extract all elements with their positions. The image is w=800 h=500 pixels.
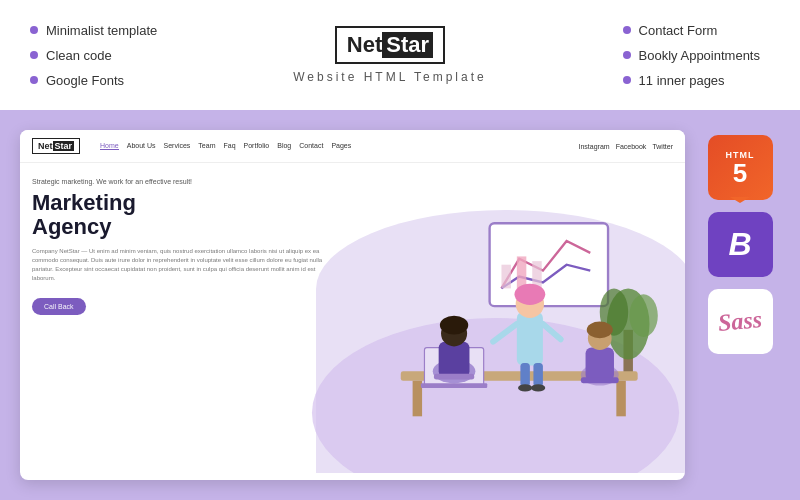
feature-label-6: 11 inner pages <box>639 73 725 88</box>
svg-rect-19 <box>520 363 529 387</box>
preview-nav-links: Home About Us Services Team Faq Portfoli… <box>100 142 566 150</box>
nav-link-blog[interactable]: Blog <box>277 142 291 150</box>
preview-headline: Marketing Agency <box>32 191 327 239</box>
social-facebook: Facebook <box>616 143 647 150</box>
bullet-icon <box>623 76 631 84</box>
svg-point-30 <box>587 322 613 339</box>
svg-rect-32 <box>581 377 619 383</box>
svg-rect-13 <box>421 383 487 388</box>
nav-link-pages[interactable]: Pages <box>331 142 351 150</box>
sass-icon: Sass <box>708 289 773 354</box>
logo-net: Net <box>347 32 382 58</box>
svg-rect-2 <box>501 265 510 289</box>
feature-label-5: Bookly Appointments <box>639 48 760 63</box>
features-left: Minimalist template Clean code Google Fo… <box>30 23 157 88</box>
feature-item-2: Clean code <box>30 48 157 63</box>
preview-illustration <box>306 163 685 473</box>
preview-logo: Net Star <box>32 138 80 154</box>
tech-icons: HTML 5 B Sass <box>700 130 780 354</box>
main-section: Net Star Home About Us Services Team Faq… <box>0 110 800 500</box>
svg-point-8 <box>629 294 657 337</box>
nav-link-portfolio[interactable]: Portfolio <box>244 142 270 150</box>
svg-rect-14 <box>517 312 543 365</box>
svg-point-26 <box>440 316 468 335</box>
feature-item-1: Minimalist template <box>30 23 157 38</box>
sass-text: Sass <box>717 306 763 337</box>
feature-item-6: 11 inner pages <box>623 73 760 88</box>
headline-line2: Agency <box>32 215 327 239</box>
svg-rect-24 <box>439 342 470 378</box>
preview-hero: Strategic marketing. We work for an effe… <box>20 163 685 473</box>
shield-corner <box>730 197 750 203</box>
logo-box: Net Star <box>335 26 445 64</box>
preview-logo-net: Net <box>38 141 53 151</box>
bootstrap-icon: B <box>708 212 773 277</box>
preview-content: Strategic marketing. We work for an effe… <box>20 163 339 473</box>
html5-icon: HTML 5 <box>708 135 773 200</box>
bullet-icon <box>30 26 38 34</box>
logo-subtitle: Website HTML Template <box>293 70 487 84</box>
nav-link-faq[interactable]: Faq <box>223 142 235 150</box>
preview-social: Instagram Facebook Twitter <box>579 143 674 150</box>
illus-scene <box>306 163 685 473</box>
svg-point-16 <box>514 284 545 305</box>
html-number: 5 <box>733 160 747 186</box>
nav-link-home[interactable]: Home <box>100 142 119 150</box>
logo-star: Star <box>382 32 433 58</box>
preview-nav: Net Star Home About Us Services Team Faq… <box>20 130 685 163</box>
logo-center: Net Star Website HTML Template <box>293 26 487 84</box>
svg-point-22 <box>531 384 545 391</box>
feature-label-2: Clean code <box>46 48 112 63</box>
preview-card: Net Star Home About Us Services Team Faq… <box>20 130 685 480</box>
bullet-icon <box>30 51 38 59</box>
preview-logo-star: Star <box>53 141 75 151</box>
nav-link-team[interactable]: Team <box>198 142 215 150</box>
preview-tagline: Strategic marketing. We work for an effe… <box>32 178 327 185</box>
svg-rect-10 <box>413 381 422 417</box>
preview-body: Company NetStar — Ut enim ad minim venia… <box>32 247 327 283</box>
svg-rect-31 <box>434 374 474 380</box>
bullet-icon <box>30 76 38 84</box>
social-twitter: Twitter <box>652 143 673 150</box>
bullet-icon <box>623 26 631 34</box>
feature-label-3: Google Fonts <box>46 73 124 88</box>
top-section: Minimalist template Clean code Google Fo… <box>0 0 800 110</box>
nav-link-services[interactable]: Services <box>164 142 191 150</box>
headline-line1: Marketing <box>32 191 327 215</box>
svg-rect-28 <box>586 348 614 381</box>
nav-link-contact[interactable]: Contact <box>299 142 323 150</box>
feature-item-3: Google Fonts <box>30 73 157 88</box>
svg-rect-3 <box>517 256 526 288</box>
svg-rect-20 <box>533 363 542 387</box>
feature-label-1: Minimalist template <box>46 23 157 38</box>
bootstrap-letter: B <box>728 226 751 263</box>
cta-button[interactable]: Call Back <box>32 298 86 315</box>
svg-point-21 <box>518 384 532 391</box>
feature-label-4: Contact Form <box>639 23 718 38</box>
features-right: Contact Form Bookly Appointments 11 inne… <box>623 23 760 88</box>
svg-rect-11 <box>616 381 625 417</box>
nav-link-about[interactable]: About Us <box>127 142 156 150</box>
social-instagram: Instagram <box>579 143 610 150</box>
feature-item-4: Contact Form <box>623 23 760 38</box>
feature-item-5: Bookly Appointments <box>623 48 760 63</box>
bullet-icon <box>623 51 631 59</box>
